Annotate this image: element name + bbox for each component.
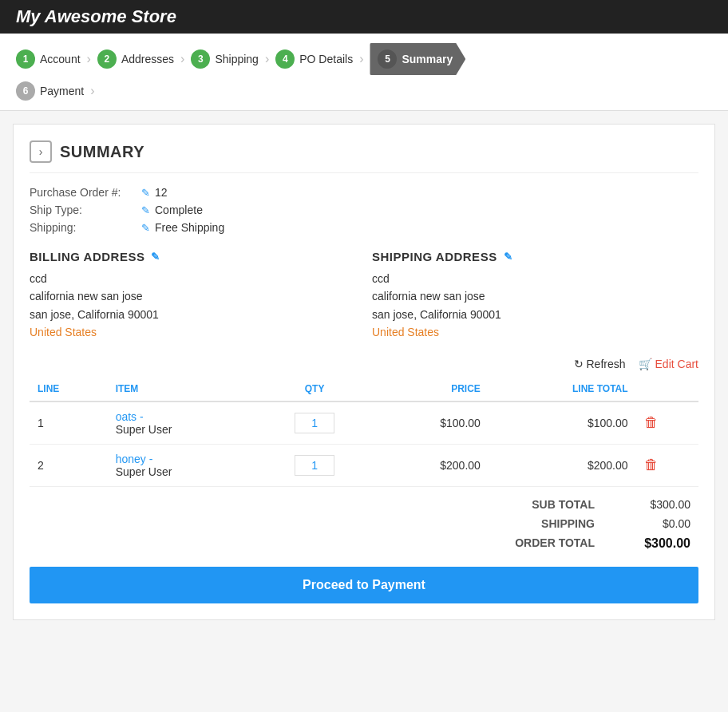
order-total-value: $300.00: [627, 536, 690, 551]
billing-country: United States: [30, 323, 356, 341]
step-shipping[interactable]: 3 Shipping: [191, 49, 259, 69]
table-row: 1 oats - Super User $100.00 $100.00 🗑: [30, 401, 698, 445]
shipping-line2: california new san jose: [372, 287, 698, 305]
col-actions: [636, 377, 698, 401]
row-line-total: $200.00: [489, 444, 636, 486]
row-item: oats - Super User: [108, 401, 257, 445]
main-content: › SUMMARY Purchase Order #: ✎ 12 Ship Ty…: [13, 124, 715, 620]
cart-table: LINE ITEM QTY PRICE LINE TOTAL 1 oats - …: [30, 377, 698, 487]
billing-address-title: BILLING ADDRESS ✎: [30, 250, 356, 263]
ship-type-edit-icon[interactable]: ✎: [141, 204, 150, 216]
col-qty: QTY: [257, 377, 372, 401]
step-label-po-details: PO Details: [299, 53, 353, 65]
shipping-edit-icon[interactable]: ✎: [141, 222, 150, 234]
subtotal-row: SUB TOTAL $300.00: [30, 495, 698, 514]
shipping-total-label: SHIPPING: [499, 517, 595, 530]
step-circle-payment: 6: [16, 81, 35, 101]
proceed-to-payment-button[interactable]: Proceed to Payment: [30, 567, 698, 603]
section-toggle-button[interactable]: ›: [30, 140, 52, 163]
order-total-row: ORDER TOTAL $300.00: [30, 533, 698, 554]
row-price: $200.00: [372, 444, 489, 486]
step-circle-po-details: 4: [275, 49, 295, 69]
step-label-summary: Summary: [402, 53, 453, 65]
billing-address-block: BILLING ADDRESS ✎ ccd california new san…: [30, 250, 356, 342]
ship-type-label: Ship Type:: [30, 204, 141, 216]
breadcrumb-second-row: 6 Payment ›: [16, 81, 712, 101]
delete-icon[interactable]: 🗑: [644, 414, 659, 430]
item-sub: Super User: [116, 423, 172, 436]
shipping-label: Shipping:: [30, 221, 141, 234]
cart-icon: 🛒: [639, 358, 652, 370]
breadcrumb: 1 Account › 2 Addresses › 3 Shipping › 4…: [0, 34, 728, 111]
subtotal-value: $300.00: [627, 498, 690, 511]
table-row: 2 honey - Super User $200.00 $200.00 🗑: [30, 444, 698, 486]
summary-section-header: › SUMMARY: [30, 140, 698, 173]
step-addresses[interactable]: 2 Addresses: [97, 49, 174, 69]
billing-line2: california new san jose: [30, 287, 356, 305]
delete-icon[interactable]: 🗑: [644, 457, 659, 473]
item-link[interactable]: honey -: [116, 453, 153, 465]
shipping-address-block: SHIPPING ADDRESS ✎ ccd california new sa…: [372, 250, 698, 342]
section-title: SUMMARY: [60, 143, 144, 161]
row-qty: [257, 401, 372, 445]
step-payment[interactable]: 6 Payment: [16, 81, 84, 101]
col-line: LINE: [30, 377, 108, 401]
qty-input[interactable]: [295, 413, 334, 433]
step-label-addresses: Addresses: [121, 53, 174, 65]
arrow-1: ›: [87, 52, 91, 66]
refresh-icon: ↻: [574, 358, 584, 370]
item-link[interactable]: oats -: [116, 410, 144, 423]
shipping-line1: ccd: [372, 270, 698, 287]
chevron-right-icon: ›: [39, 145, 43, 158]
step-label-account: Account: [40, 53, 81, 65]
row-line: 2: [30, 444, 108, 486]
arrow-2: ›: [180, 52, 184, 66]
step-summary[interactable]: 5 Summary: [370, 43, 465, 75]
step-circle-shipping: 3: [191, 49, 210, 69]
shipping-value: ✎ Free Shipping: [141, 221, 698, 234]
arrow-5: ›: [90, 84, 94, 98]
step-label-shipping: Shipping: [215, 53, 259, 65]
shipping-total-value: $0.00: [627, 517, 690, 530]
store-title: My Awesome Store: [16, 6, 712, 27]
shipping-address-title: SHIPPING ADDRESS ✎: [372, 250, 698, 263]
qty-input[interactable]: [295, 455, 334, 476]
cart-actions: ↻ Refresh 🛒 Edit Cart: [30, 358, 698, 370]
billing-address-edit-icon[interactable]: ✎: [151, 251, 160, 263]
subtotal-label: SUB TOTAL: [499, 498, 595, 511]
refresh-label: Refresh: [587, 358, 626, 370]
edit-cart-label: Edit Cart: [655, 358, 698, 370]
purchase-order-edit-icon[interactable]: ✎: [141, 187, 150, 199]
row-line: 1: [30, 401, 108, 445]
billing-line3: san jose, California 90001: [30, 306, 356, 323]
step-circle-addresses: 2: [97, 49, 117, 69]
step-account[interactable]: 1 Account: [16, 49, 81, 69]
shipping-total-row: SHIPPING $0.00: [30, 514, 698, 533]
refresh-button[interactable]: ↻ Refresh: [574, 358, 626, 370]
top-bar: My Awesome Store 1 Account › 2 Addresses…: [0, 0, 728, 111]
row-delete: 🗑: [636, 444, 698, 486]
row-line-total: $100.00: [489, 401, 636, 445]
ship-type-value: ✎ Complete: [141, 204, 698, 216]
purchase-order-label: Purchase Order #:: [30, 186, 141, 199]
item-sub: Super User: [116, 465, 172, 478]
edit-cart-button[interactable]: 🛒 Edit Cart: [639, 358, 698, 370]
step-po-details[interactable]: 4 PO Details: [275, 49, 353, 69]
cart-table-body: 1 oats - Super User $100.00 $100.00 🗑 2 …: [30, 401, 698, 487]
step-label-payment: Payment: [40, 85, 84, 97]
step-circle-account: 1: [16, 49, 35, 69]
col-item: ITEM: [108, 377, 257, 401]
arrow-3: ›: [265, 52, 269, 66]
step-circle-summary: 5: [378, 49, 397, 69]
shipping-address-edit-icon[interactable]: ✎: [504, 251, 513, 263]
order-total-label: ORDER TOTAL: [499, 536, 595, 551]
row-qty: [257, 444, 372, 486]
billing-line1: ccd: [30, 270, 356, 287]
arrow-4: ›: [359, 52, 363, 66]
cart-table-header: LINE ITEM QTY PRICE LINE TOTAL: [30, 377, 698, 401]
col-line-total: LINE TOTAL: [489, 377, 636, 401]
shipping-line3: san jose, California 90001: [372, 306, 698, 323]
totals-section: SUB TOTAL $300.00 SHIPPING $0.00 ORDER T…: [30, 495, 698, 554]
shipping-country: United States: [372, 323, 698, 341]
addresses-section: BILLING ADDRESS ✎ ccd california new san…: [30, 250, 698, 342]
